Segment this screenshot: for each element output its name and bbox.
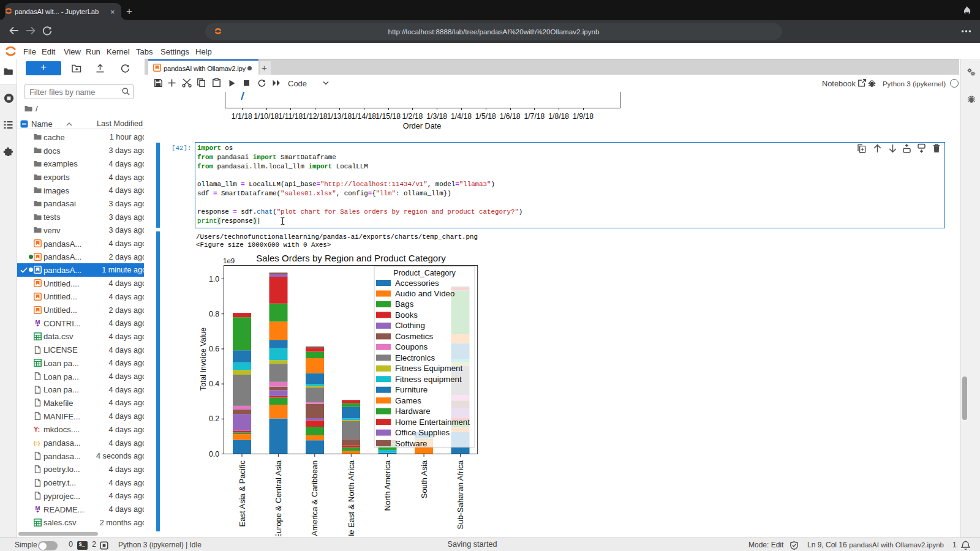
svg-text:1.0: 1.0 (209, 275, 219, 283)
svg-text:Hardware: Hardware (395, 407, 431, 416)
svg-text:{:}: {:} (34, 439, 40, 446)
svg-text:North America: North America (383, 460, 392, 511)
svg-text:0.6: 0.6 (209, 345, 219, 353)
svg-text:M: M (36, 505, 40, 511)
svg-text:Furniture: Furniture (395, 385, 428, 394)
svg-text:Home Entertainment: Home Entertainment (395, 418, 470, 427)
svg-text:Games: Games (395, 396, 421, 405)
svg-text:Sub-Saharan Africa: Sub-Saharan Africa (456, 460, 465, 530)
svg-text:East Asia & Pacific: East Asia & Pacific (238, 460, 247, 527)
svg-text:Product_Category: Product_Category (393, 269, 456, 277)
svg-text:M: M (36, 319, 40, 325)
svg-text:Sales Orders by Region and Pro: Sales Orders by Region and Product Categ… (256, 253, 446, 263)
svg-text:Total Invoice Value: Total Invoice Value (199, 328, 208, 391)
svg-text:Coupons: Coupons (395, 342, 428, 351)
svg-text:Electronics: Electronics (395, 353, 435, 362)
svg-text:Y:: Y: (34, 425, 40, 433)
svg-text:Fitness Equipment: Fitness Equipment (395, 364, 462, 373)
svg-text:Software: Software (395, 439, 427, 448)
svg-text:Cosmetics: Cosmetics (395, 332, 433, 341)
svg-text:0.8: 0.8 (209, 310, 219, 318)
svg-text:Europe & Central Asia: Europe & Central Asia (274, 460, 283, 536)
svg-text:Audio and Video: Audio and Video (395, 289, 454, 298)
svg-text:Accessories: Accessories (395, 279, 439, 288)
svg-text:Books: Books (395, 310, 418, 320)
svg-text:Bags: Bags (395, 299, 414, 309)
svg-text:Clothing: Clothing (395, 321, 425, 330)
svg-text:South Asia: South Asia (420, 460, 429, 498)
svg-text:Fitness equipment: Fitness equipment (395, 375, 462, 384)
svg-text:0.0: 0.0 (209, 450, 219, 459)
svg-text:le East & North Africa: le East & North Africa (347, 460, 356, 536)
svg-text:1e9: 1e9 (223, 257, 235, 264)
svg-text:0.2: 0.2 (209, 414, 219, 423)
svg-text:0.4: 0.4 (209, 380, 219, 388)
svg-text:Office Supplies: Office Supplies (395, 428, 450, 437)
svg-text:America & Caribbean: America & Caribbean (310, 460, 319, 536)
